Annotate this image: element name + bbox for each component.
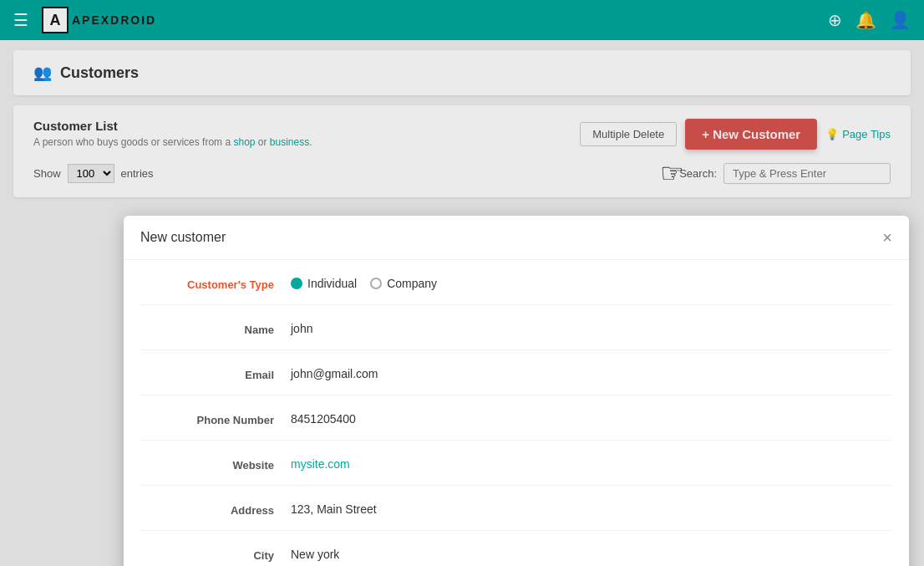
- website-row: Website mysite.com: [140, 457, 892, 486]
- address-value[interactable]: 123, Main Street: [291, 502, 892, 516]
- customer-type-value: Individual Company: [291, 277, 892, 290]
- name-label: Name: [140, 322, 291, 336]
- company-radio[interactable]: Company: [370, 277, 437, 290]
- customer-type-radio-group: Individual Company: [291, 277, 892, 290]
- new-customer-modal: New customer × Customer's Type Individua…: [124, 216, 909, 566]
- phone-value[interactable]: 8451205400: [291, 412, 892, 426]
- address-row: Address 123, Main Street: [140, 502, 892, 531]
- phone-row: Phone Number 8451205400: [140, 412, 892, 441]
- individual-radio[interactable]: Individual: [291, 277, 357, 290]
- email-value[interactable]: john@gmail.com: [291, 367, 892, 380]
- website-label: Website: [140, 457, 291, 472]
- phone-label: Phone Number: [140, 412, 291, 426]
- city-label: City: [140, 548, 291, 562]
- city-value[interactable]: New york: [291, 548, 892, 561]
- address-label: Address: [140, 502, 291, 517]
- modal-title: New customer: [140, 230, 226, 245]
- individual-radio-dot: [291, 278, 302, 289]
- website-value[interactable]: mysite.com: [291, 457, 892, 471]
- modal-body: Customer's Type Individual Company Name …: [124, 260, 909, 566]
- city-row: City New york: [140, 548, 892, 566]
- name-row: Name john: [140, 322, 892, 350]
- modal-close-button[interactable]: ×: [882, 229, 892, 246]
- company-radio-dot: [370, 278, 382, 289]
- email-label: Email: [140, 367, 291, 381]
- customer-type-label: Customer's Type: [140, 277, 291, 291]
- company-label: Company: [387, 277, 437, 290]
- modal-header: New customer ×: [124, 216, 909, 260]
- individual-label: Individual: [307, 277, 357, 290]
- email-row: Email john@gmail.com: [140, 367, 892, 395]
- name-value[interactable]: john: [291, 322, 892, 335]
- customer-type-row: Customer's Type Individual Company: [140, 277, 892, 305]
